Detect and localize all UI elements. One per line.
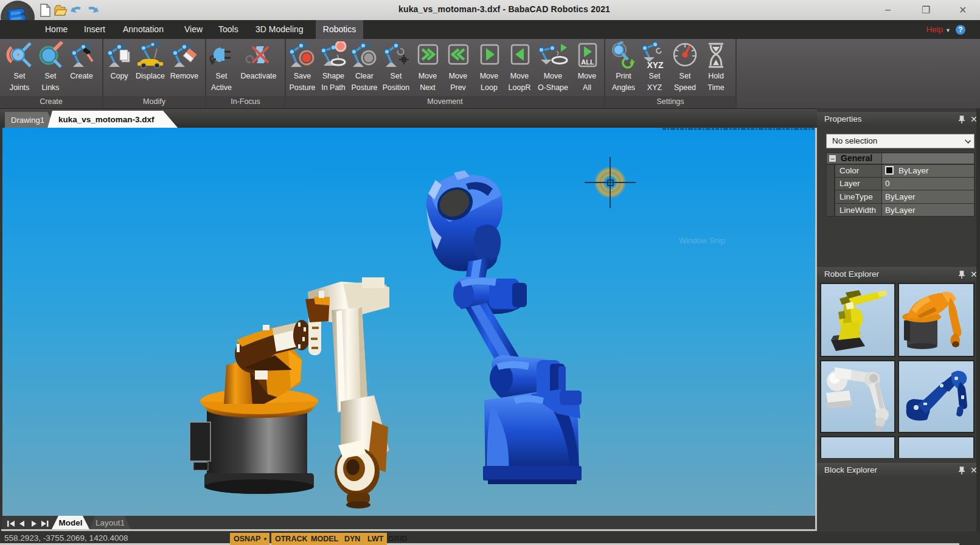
svg-text:ALL: ALL — [581, 58, 594, 66]
svg-text:XYZ: XYZ — [647, 60, 664, 69]
